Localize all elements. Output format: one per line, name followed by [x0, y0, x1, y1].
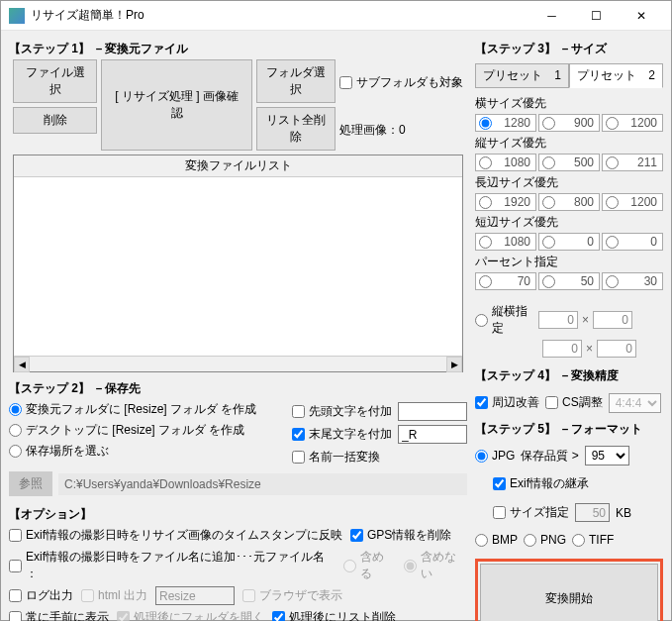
- titlebar: リサイズ超簡単！Pro ─ ☐ ✕: [1, 1, 671, 31]
- save-opt3-radio[interactable]: 保存場所を選ぶ: [9, 443, 109, 460]
- delete-button[interactable]: 削除: [13, 107, 97, 134]
- xy-y0[interactable]: 0: [593, 311, 632, 329]
- proc-images-label: 処理画像：0: [339, 122, 463, 139]
- cs-checkbox[interactable]: CS調整: [545, 394, 603, 411]
- step3-title: 【ステップ 3】 －サイズ: [475, 41, 663, 57]
- resize-confirm-button[interactable]: [ リサイズ処理 ] 画像確認: [101, 59, 252, 151]
- xy-x0[interactable]: 0: [538, 311, 578, 329]
- step5-title: 【ステップ 5】 －フォーマット: [475, 421, 663, 438]
- prefix-checkbox[interactable]: 先頭文字を付加: [292, 403, 392, 420]
- size-label: 短辺サイズ優先: [475, 214, 663, 231]
- size-option[interactable]: 1280: [475, 114, 536, 132]
- step2-group: 【ステップ 2】 －保存先 変換元フォルダに [Resize] フォルダ を作成…: [9, 378, 467, 498]
- folder-select-button[interactable]: フォルダ選択: [256, 59, 336, 103]
- list-delete-all-button[interactable]: リスト全削除: [256, 107, 336, 151]
- window-title: リサイズ超簡単！Pro: [31, 7, 529, 24]
- app-icon: [9, 8, 25, 24]
- convert-highlight: 変換開始: [475, 559, 663, 621]
- exif-inherit-checkbox[interactable]: Exif情報の継承: [493, 475, 589, 492]
- options-group: 【オプション】 Exif情報の撮影日時をリサイズ画像のタイムスタンプに反映 GP…: [9, 504, 467, 621]
- size-label: 縦サイズ優先: [475, 135, 663, 152]
- xy-x1[interactable]: 0: [542, 340, 582, 358]
- html-input: [155, 586, 235, 605]
- path-display: C:¥Users¥yanda¥Downloads¥Resize: [58, 473, 467, 495]
- include-radio[interactable]: 含める: [343, 549, 395, 582]
- close-button[interactable]: ✕: [619, 1, 663, 30]
- file-select-button[interactable]: ファイル選択: [13, 59, 97, 103]
- size-option[interactable]: 1080: [475, 233, 536, 251]
- exclude-radio[interactable]: 含めない: [404, 549, 467, 582]
- size-option[interactable]: 70: [475, 272, 536, 290]
- quality-select[interactable]: 95: [585, 446, 629, 466]
- size-input: [575, 503, 610, 522]
- size-option[interactable]: 1080: [475, 154, 536, 171]
- size-label: 横サイズ優先: [475, 95, 663, 112]
- rename-checkbox[interactable]: 名前一括変換: [292, 449, 380, 466]
- suffix-checkbox[interactable]: 末尾文字を付加: [292, 426, 392, 443]
- png-radio[interactable]: PNG: [524, 533, 566, 547]
- size-option[interactable]: 50: [538, 272, 600, 290]
- tab-preset1[interactable]: プリセット 1: [475, 63, 569, 88]
- scroll-left-icon[interactable]: ◀: [14, 357, 30, 372]
- gps-del-checkbox[interactable]: GPS情報を削除: [350, 527, 451, 544]
- prefix-input[interactable]: [398, 402, 467, 421]
- size-unit: KB: [616, 506, 631, 520]
- exif-ts-checkbox[interactable]: Exif情報の撮影日時をリサイズ画像のタイムスタンプに反映: [9, 527, 342, 544]
- size-label: パーセント指定: [475, 254, 663, 270]
- exif-fn-checkbox[interactable]: Exif情報の撮影日時をファイル名に追加･･･元ファイル名 ：: [9, 549, 336, 582]
- step1-group: 【ステップ 1】 －変換元ファイル ファイル選択 削除 [ リサイズ処理 ] 画…: [9, 39, 467, 372]
- browse-button[interactable]: 参照: [9, 471, 52, 496]
- size-option[interactable]: 30: [602, 272, 663, 290]
- maximize-button[interactable]: ☐: [574, 1, 619, 30]
- edge-checkbox[interactable]: 周辺改善: [475, 394, 539, 411]
- topmost-checkbox[interactable]: 常に手前に表示: [9, 609, 109, 621]
- size-option[interactable]: 800: [538, 193, 600, 211]
- step1-title: 【ステップ 1】 －変換元ファイル: [9, 41, 467, 57]
- tiff-radio[interactable]: TIFF: [572, 533, 614, 547]
- jpg-radio[interactable]: JPG: [475, 449, 515, 463]
- xy-radio[interactable]: 縦横指定: [475, 303, 534, 337]
- size-option[interactable]: 500: [538, 154, 600, 171]
- size-spec-checkbox[interactable]: サイズ指定: [493, 504, 569, 521]
- minimize-button[interactable]: ─: [529, 1, 574, 30]
- tab-preset2[interactable]: プリセット 2: [569, 63, 663, 88]
- log-checkbox[interactable]: ログ出力: [9, 587, 73, 604]
- size-option[interactable]: 900: [538, 114, 600, 132]
- options-title: 【オプション】: [9, 506, 467, 523]
- size-option[interactable]: 1920: [475, 193, 536, 211]
- scroll-right-icon[interactable]: ▶: [446, 357, 462, 372]
- list-header: 変換ファイルリスト: [14, 155, 462, 177]
- step2-title: 【ステップ 2】 －保存先: [9, 380, 467, 397]
- step4-title: 【ステップ 4】 －変換精度: [475, 367, 663, 384]
- size-option[interactable]: 1200: [602, 193, 663, 211]
- cs-select[interactable]: 4:4:4: [609, 393, 661, 413]
- size-option[interactable]: 0: [602, 233, 663, 251]
- bmp-radio[interactable]: BMP: [475, 533, 518, 547]
- list-body[interactable]: [14, 177, 462, 356]
- del-list-after-checkbox[interactable]: 処理後にリスト削除: [272, 609, 396, 621]
- size-label: 長辺サイズ優先: [475, 174, 663, 191]
- quality-label: 保存品質 >: [521, 448, 578, 465]
- save-opt1-radio[interactable]: 変換元フォルダに [Resize] フォルダ を作成: [9, 401, 256, 418]
- subfolder-checkbox[interactable]: サブフォルダも対象: [339, 74, 463, 91]
- browser-checkbox[interactable]: ブラウザで表示: [242, 587, 342, 604]
- suffix-input[interactable]: [398, 425, 467, 444]
- save-opt2-radio[interactable]: デスクトップに [Resize] フォルダ を作成: [9, 422, 244, 439]
- html-checkbox[interactable]: html 出力: [81, 587, 147, 604]
- h-scrollbar[interactable]: ◀ ▶: [14, 356, 462, 371]
- open-after-checkbox[interactable]: 処理後にフォルダを開く: [117, 609, 264, 621]
- size-option[interactable]: 0: [538, 233, 600, 251]
- size-option[interactable]: 211: [602, 154, 663, 171]
- preset-tabs: プリセット 1 プリセット 2: [475, 63, 663, 88]
- file-list[interactable]: 変換ファイルリスト ◀ ▶: [13, 155, 463, 372]
- convert-button[interactable]: 変換開始: [480, 564, 658, 621]
- size-option[interactable]: 1200: [602, 114, 663, 132]
- xy-y1[interactable]: 0: [597, 340, 636, 358]
